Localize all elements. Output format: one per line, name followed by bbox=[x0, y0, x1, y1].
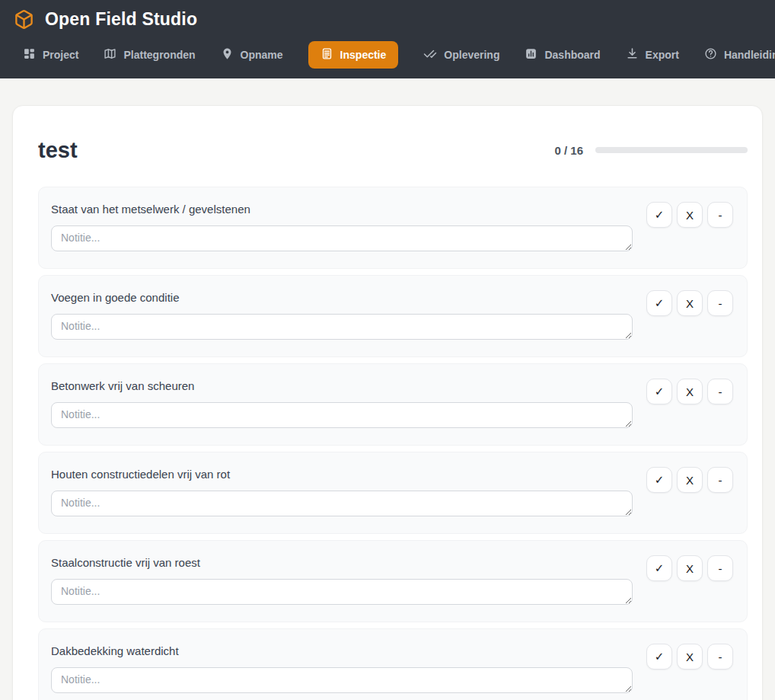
mark-na-button[interactable]: - bbox=[707, 467, 733, 493]
note-input[interactable] bbox=[51, 579, 633, 605]
progress-count: 0 / 16 bbox=[554, 144, 583, 157]
item-buttons: ✓ X - bbox=[646, 290, 733, 316]
item-buttons: ✓ X - bbox=[646, 467, 733, 493]
main-content: test 0 / 16 Staat van het metselwerk / g… bbox=[0, 78, 775, 700]
item-label: Staat van het metselwerk / gevelstenen bbox=[51, 202, 633, 217]
mark-na-button[interactable]: - bbox=[707, 202, 733, 228]
note-input[interactable] bbox=[51, 491, 633, 516]
mark-na-button[interactable]: - bbox=[707, 290, 733, 316]
item-left: Dakbedekking waterdicht bbox=[51, 644, 633, 693]
map-pin-icon bbox=[221, 47, 234, 62]
notebook-icon bbox=[321, 47, 333, 62]
mark-fail-button[interactable]: X bbox=[677, 644, 703, 670]
checklist-items: Staat van het metselwerk / gevelstenen ✓… bbox=[38, 187, 748, 700]
mark-fail-button[interactable]: X bbox=[677, 467, 703, 493]
nav-label: Plattegronden bbox=[123, 49, 195, 61]
app-screen: Open Field Studio Project bbox=[0, 0, 775, 700]
mark-ok-button[interactable]: ✓ bbox=[646, 290, 672, 316]
mark-na-button[interactable]: - bbox=[707, 644, 733, 670]
nav-label: Oplevering bbox=[444, 49, 499, 61]
item-label: Houten constructiedelen vrij van rot bbox=[51, 467, 633, 482]
item-buttons: ✓ X - bbox=[646, 202, 733, 228]
top-navbar: Open Field Studio Project bbox=[0, 0, 775, 78]
nav-label: Handleiding bbox=[724, 49, 775, 61]
app-title: Open Field Studio bbox=[45, 9, 197, 30]
mark-ok-button[interactable]: ✓ bbox=[646, 202, 672, 228]
mark-na-button[interactable]: - bbox=[707, 555, 733, 581]
nav-item-oplevering[interactable]: Oplevering bbox=[423, 41, 499, 69]
item-left: Houten constructiedelen vrij van rot bbox=[51, 467, 633, 516]
checklist-item: Betonwerk vrij van scheuren ✓ X - bbox=[38, 363, 748, 446]
mark-ok-button[interactable]: ✓ bbox=[646, 467, 672, 493]
nav-item-inspectie[interactable]: Inspectie bbox=[308, 41, 399, 69]
progress-bar bbox=[595, 147, 748, 153]
item-left: Betonwerk vrij van scheuren bbox=[51, 379, 633, 428]
item-buttons: ✓ X - bbox=[646, 555, 733, 581]
mark-ok-button[interactable]: ✓ bbox=[646, 555, 672, 581]
checklist-item: Dakbedekking waterdicht ✓ X - bbox=[38, 628, 748, 700]
item-buttons: ✓ X - bbox=[646, 379, 733, 404]
nav-item-export[interactable]: Export bbox=[626, 41, 679, 69]
bar-chart-icon bbox=[525, 47, 537, 62]
mark-fail-button[interactable]: X bbox=[677, 379, 703, 404]
note-input[interactable] bbox=[51, 314, 633, 340]
item-label: Staalconstructie vrij van roest bbox=[51, 555, 633, 571]
note-input[interactable] bbox=[51, 667, 633, 693]
item-label: Betonwerk vrij van scheuren bbox=[51, 379, 633, 394]
checklist-card: test 0 / 16 Staat van het metselwerk / g… bbox=[12, 105, 763, 700]
note-input[interactable] bbox=[51, 402, 633, 428]
nav-item-project[interactable]: Project bbox=[23, 41, 78, 69]
nav-label: Project bbox=[43, 49, 78, 61]
progress-wrap: 0 / 16 bbox=[554, 144, 748, 157]
checklist-header: test 0 / 16 bbox=[38, 136, 748, 164]
box-logo-icon bbox=[14, 9, 34, 30]
checklist-title: test bbox=[38, 136, 78, 164]
double-check-icon bbox=[423, 47, 437, 63]
checklist-item: Staalconstructie vrij van roest ✓ X - bbox=[38, 540, 748, 622]
download-icon bbox=[626, 47, 639, 62]
nav-label: Inspectie bbox=[340, 49, 387, 61]
nav-label: Dashboard bbox=[544, 49, 600, 61]
item-label: Voegen in goede conditie bbox=[51, 290, 633, 305]
nav-label: Export bbox=[646, 49, 679, 61]
item-label: Dakbedekking waterdicht bbox=[51, 644, 633, 659]
grid-icon bbox=[23, 47, 36, 62]
mark-ok-button[interactable]: ✓ bbox=[646, 644, 672, 670]
nav-item-plattegronden[interactable]: Plattegronden bbox=[104, 41, 195, 69]
mark-fail-button[interactable]: X bbox=[677, 555, 703, 581]
main-nav: Project Plattegronden Op bbox=[0, 41, 775, 69]
brand-row: Open Field Studio bbox=[0, 6, 775, 32]
item-left: Staalconstructie vrij van roest bbox=[51, 555, 633, 605]
nav-item-dashboard[interactable]: Dashboard bbox=[525, 41, 600, 69]
item-buttons: ✓ X - bbox=[646, 644, 733, 670]
help-circle-icon bbox=[704, 47, 717, 62]
mark-fail-button[interactable]: X bbox=[677, 202, 703, 228]
nav-item-opname[interactable]: Opname bbox=[221, 41, 283, 69]
nav-label: Opname bbox=[241, 49, 283, 61]
mark-na-button[interactable]: - bbox=[707, 379, 733, 404]
item-left: Staat van het metselwerk / gevelstenen bbox=[51, 202, 633, 251]
mark-fail-button[interactable]: X bbox=[677, 290, 703, 316]
note-input[interactable] bbox=[51, 225, 633, 251]
item-left: Voegen in goede conditie bbox=[51, 290, 633, 340]
nav-item-handleiding[interactable]: Handleiding bbox=[704, 41, 775, 69]
checklist-item: Voegen in goede conditie ✓ X - bbox=[38, 275, 748, 357]
checklist-item: Staat van het metselwerk / gevelstenen ✓… bbox=[38, 187, 748, 269]
checklist-item: Houten constructiedelen vrij van rot ✓ X… bbox=[38, 452, 748, 534]
mark-ok-button[interactable]: ✓ bbox=[646, 379, 672, 404]
map-icon bbox=[104, 47, 116, 62]
